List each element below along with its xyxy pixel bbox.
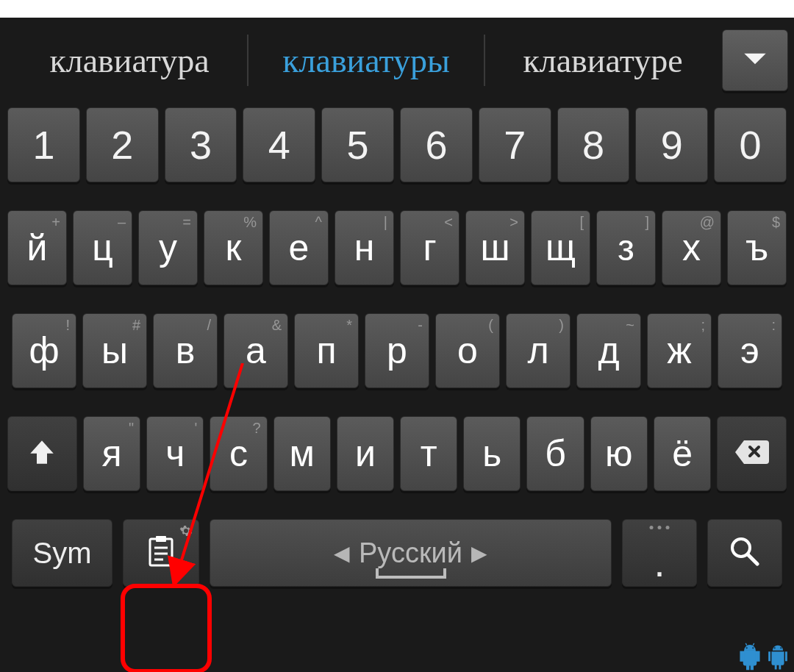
shift-key[interactable] (7, 416, 77, 491)
key-letter[interactable]: –ц (73, 210, 132, 285)
key-0[interactable]: 0 (714, 107, 787, 182)
key-9[interactable]: 9 (635, 107, 708, 182)
key-letter[interactable]: -р (365, 313, 429, 388)
number-row: 1 2 3 4 5 6 7 8 9 0 (7, 107, 787, 182)
key-letter[interactable]: /в (153, 313, 218, 388)
suggestion-bar: клавиатура клавиатуры клавиатуре (0, 18, 794, 103)
search-key[interactable] (707, 519, 782, 587)
key-letter[interactable]: ;ж (647, 313, 712, 388)
clipboard-settings-key[interactable] (123, 519, 199, 587)
key-letter[interactable]: "я (83, 416, 140, 491)
svg-point-10 (774, 647, 776, 648)
svg-point-11 (780, 647, 782, 648)
key-1[interactable]: 1 (7, 107, 80, 182)
key-letter[interactable]: #ы (82, 313, 147, 388)
svg-rect-1 (156, 536, 166, 542)
key-letter[interactable]: ь (463, 416, 521, 491)
longpress-hint-icon (650, 526, 670, 529)
key-letter[interactable]: 'ч (146, 416, 204, 491)
clipboard-icon (146, 535, 176, 571)
period-key[interactable]: . (622, 519, 697, 587)
key-letter[interactable]: @х (662, 210, 721, 285)
key-7[interactable]: 7 (479, 107, 551, 182)
key-5[interactable]: 5 (321, 107, 394, 182)
bottom-row: Sym ◀ Русский ▶ (7, 519, 787, 587)
status-bar (0, 0, 794, 18)
key-8[interactable]: 8 (557, 107, 630, 182)
backspace-key[interactable] (717, 416, 787, 491)
key-letter[interactable]: <г (400, 210, 459, 285)
language-label: Русский (359, 537, 462, 569)
key-4[interactable]: 4 (243, 107, 315, 182)
key-letter[interactable]: *п (294, 313, 359, 388)
divider (247, 35, 248, 86)
key-letter[interactable]: |н (335, 210, 394, 285)
gear-icon (179, 524, 193, 540)
letter-row-3: "я 'ч ?с м и т ь б ю ё (7, 416, 787, 491)
suggestion-2[interactable]: клавиатуры (253, 41, 479, 80)
suggestion-3[interactable]: клавиатуре (490, 41, 716, 80)
key-letter[interactable]: %к (204, 210, 263, 285)
search-icon (728, 535, 762, 571)
key-letter[interactable]: ?с (210, 416, 267, 491)
key-letter[interactable]: >ш (465, 210, 525, 285)
shift-icon (26, 437, 57, 471)
keyboard: клавиатура клавиатуры клавиатуре 1 2 3 4… (0, 18, 794, 672)
backspace-icon (734, 439, 770, 468)
key-letter[interactable]: )л (506, 313, 571, 388)
key-letter[interactable]: т (400, 416, 457, 491)
suggestion-1[interactable]: клавиатура (16, 41, 243, 80)
key-letter[interactable]: и (337, 416, 394, 491)
svg-point-9 (752, 647, 754, 648)
key-6[interactable]: 6 (400, 107, 473, 182)
letter-row-2: !ф #ы /в &а *п -р (о )л ~д ;ж :э (7, 313, 787, 388)
symbols-key[interactable]: Sym (12, 519, 112, 587)
key-letter[interactable]: &а (223, 313, 288, 388)
svg-rect-0 (150, 539, 172, 565)
key-2[interactable]: 2 (86, 107, 159, 182)
spacebar-key[interactable]: ◀ Русский ▶ (210, 519, 612, 587)
key-letter[interactable]: ~д (576, 313, 641, 388)
key-3[interactable]: 3 (165, 107, 237, 182)
key-letter[interactable]: м (273, 416, 331, 491)
key-letter[interactable]: =у (138, 210, 198, 285)
key-letter[interactable]: :э (718, 313, 782, 388)
key-letter[interactable]: ]з (596, 210, 656, 285)
chevron-down-icon (739, 43, 771, 78)
expand-suggestions-button[interactable] (722, 29, 788, 91)
chevron-left-icon: ◀ (334, 541, 350, 565)
space-indicator-icon (374, 567, 448, 580)
chevron-right-icon: ▶ (471, 541, 487, 565)
key-letter[interactable]: (о (435, 313, 500, 388)
key-letter[interactable]: ё (654, 416, 711, 491)
svg-point-8 (746, 647, 748, 648)
key-letter[interactable]: [щ (531, 210, 590, 285)
key-letter[interactable]: $ъ (727, 210, 787, 285)
key-letter[interactable]: б (526, 416, 584, 491)
key-letter[interactable]: !ф (12, 313, 76, 388)
letter-row-1: +й –ц =у %к ^е |н <г >ш [щ ]з @х $ъ (7, 210, 787, 285)
divider (484, 35, 485, 86)
key-letter[interactable]: +й (7, 210, 67, 285)
android-watermark-icon (737, 641, 791, 671)
svg-line-6 (748, 554, 757, 564)
key-letter[interactable]: ю (590, 416, 648, 491)
key-letter[interactable]: ^е (269, 210, 329, 285)
